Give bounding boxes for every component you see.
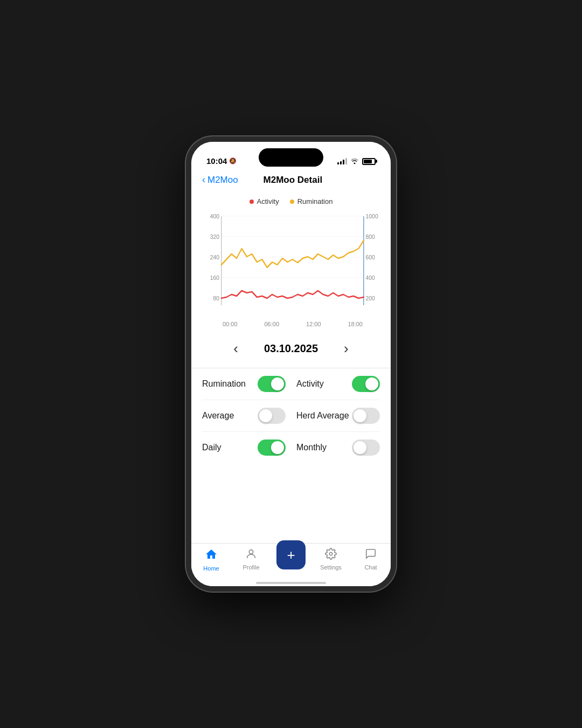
monthly-toggle-thumb: [354, 441, 366, 454]
tab-bar: Home Profile +: [191, 543, 391, 586]
chart-container: 400 320 240 160 80 1000 800 600 400 200: [202, 211, 380, 319]
back-button[interactable]: ‹ M2Moo: [202, 174, 238, 186]
rumination-toggle-label: Rumination: [202, 379, 246, 389]
daily-toggle[interactable]: [258, 439, 286, 456]
plus-icon: +: [287, 548, 295, 562]
activity-label: Activity: [257, 197, 279, 205]
next-date-button[interactable]: ›: [340, 338, 353, 359]
toggle-item-herd-average: Herd Average: [296, 408, 380, 424]
monthly-toggle-label: Monthly: [296, 443, 327, 452]
chat-icon: [365, 548, 377, 562]
svg-point-17: [249, 550, 253, 554]
bell-icon: 🔕: [229, 157, 237, 164]
tab-add[interactable]: +: [271, 548, 311, 569]
daily-toggle-thumb: [271, 441, 284, 454]
svg-text:80: 80: [213, 295, 220, 301]
daily-toggle-label: Daily: [202, 443, 221, 452]
legend-item-activity: Activity: [250, 197, 279, 205]
x-label-2: 12:00: [306, 321, 321, 327]
signal-bars: [337, 158, 347, 164]
toggle-item-monthly: Monthly: [296, 439, 380, 456]
date-nav: ‹ 03.10.2025 ›: [191, 329, 391, 368]
tab-settings[interactable]: Settings: [311, 548, 351, 571]
back-chevron-icon: ‹: [202, 174, 205, 186]
svg-text:1000: 1000: [366, 213, 378, 219]
chart-section: Activity Rumination: [191, 192, 391, 327]
chat-tab-label: Chat: [364, 564, 377, 571]
svg-text:400: 400: [210, 213, 219, 219]
battery-icon: [362, 158, 376, 165]
signal-bar-2: [340, 161, 342, 164]
prev-date-button[interactable]: ‹: [229, 338, 242, 359]
signal-bar-3: [343, 160, 344, 164]
tab-chat[interactable]: Chat: [351, 548, 391, 571]
home-tab-label: Home: [203, 565, 219, 572]
activity-toggle-thumb: [365, 377, 378, 390]
page-title: M2Moo Detail: [238, 175, 348, 186]
home-indicator: [256, 582, 326, 584]
toggle-section: Rumination Activity Av: [191, 368, 391, 463]
battery-fill: [364, 160, 372, 163]
chart-svg: 400 320 240 160 80 1000 800 600 400 200: [202, 211, 380, 319]
toggle-item-daily: Daily: [202, 439, 296, 456]
nav-bar: ‹ M2Moo M2Moo Detail: [191, 170, 391, 192]
toggle-row-2: Average Herd Average: [202, 400, 380, 432]
rumination-toggle[interactable]: [258, 376, 286, 392]
main-content: Activity Rumination: [191, 192, 391, 543]
rumination-toggle-thumb: [271, 377, 284, 390]
wifi-icon: [350, 157, 359, 166]
toggle-item-rumination: Rumination: [202, 376, 296, 392]
rumination-label: Rumination: [297, 197, 333, 205]
rumination-dot: [290, 200, 294, 204]
tab-home[interactable]: Home: [191, 548, 231, 572]
add-button[interactable]: +: [276, 540, 306, 569]
legend-item-rumination: Rumination: [290, 197, 333, 205]
activity-dot: [250, 200, 254, 204]
svg-text:800: 800: [366, 233, 375, 240]
svg-text:600: 600: [366, 254, 375, 260]
average-toggle[interactable]: [258, 408, 286, 424]
herd-average-toggle-label: Herd Average: [296, 411, 349, 421]
dynamic-island: [259, 148, 323, 167]
x-label-1: 06:00: [264, 321, 279, 327]
activity-toggle-label: Activity: [296, 379, 324, 389]
profile-tab-label: Profile: [242, 564, 259, 571]
toggle-row-3: Daily Monthly: [202, 432, 380, 463]
svg-text:160: 160: [210, 274, 219, 281]
tab-profile[interactable]: Profile: [231, 548, 271, 571]
x-label-3: 18:00: [348, 321, 363, 327]
phone-screen: 10:04 🔕: [191, 142, 391, 586]
toggle-item-average: Average: [202, 408, 296, 424]
signal-bar-4: [345, 158, 347, 164]
herd-average-toggle-thumb: [354, 409, 366, 422]
clock: 10:04: [206, 156, 227, 166]
average-toggle-thumb: [259, 409, 272, 422]
settings-icon: [325, 548, 337, 562]
profile-icon: [245, 548, 257, 562]
toggle-row-1: Rumination Activity: [202, 368, 380, 400]
activity-toggle[interactable]: [352, 376, 380, 392]
herd-average-toggle[interactable]: [352, 408, 380, 424]
average-toggle-label: Average: [202, 411, 234, 421]
status-icons: [337, 157, 376, 166]
chart-x-labels: 00:00 06:00 12:00 18:00: [202, 319, 380, 327]
svg-text:400: 400: [366, 274, 375, 281]
chart-legend: Activity Rumination: [202, 197, 380, 205]
svg-point-18: [329, 552, 332, 555]
phone-frame: 10:04 🔕: [186, 136, 396, 592]
status-time: 10:04 🔕: [206, 156, 237, 166]
settings-tab-label: Settings: [320, 564, 342, 571]
svg-text:320: 320: [210, 233, 219, 240]
svg-text:240: 240: [210, 254, 219, 260]
x-label-0: 00:00: [223, 321, 238, 327]
toggle-item-activity: Activity: [296, 376, 380, 392]
back-label: M2Moo: [207, 175, 238, 186]
home-icon: [205, 548, 218, 563]
monthly-toggle[interactable]: [352, 439, 380, 456]
current-date: 03.10.2025: [264, 342, 318, 355]
svg-text:200: 200: [366, 295, 375, 301]
signal-bar-1: [337, 162, 339, 164]
